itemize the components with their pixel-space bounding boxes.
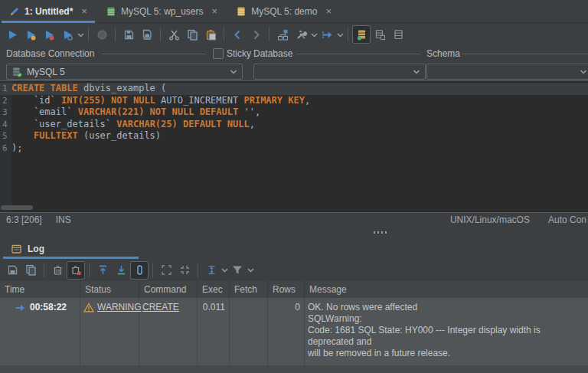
paste-button[interactable] xyxy=(201,25,220,44)
line-separator-indicator[interactable]: UNIX/Linux/macOS xyxy=(450,214,530,225)
log-message-line: SQLWarning: xyxy=(305,313,588,325)
grid-save-button[interactable] xyxy=(371,25,389,44)
tab-label: MySQL 5: wp_users xyxy=(121,6,204,17)
close-icon[interactable]: × xyxy=(212,5,218,17)
column-header-exec[interactable]: Exec xyxy=(198,281,230,298)
toolbar-separator xyxy=(269,28,270,41)
horizontal-scrollbar[interactable] xyxy=(0,204,588,211)
schema-select[interactable] xyxy=(426,64,588,80)
log-exec-time: 0.011 xyxy=(198,298,230,365)
chevron-down-icon[interactable] xyxy=(247,267,254,273)
previous-button[interactable] xyxy=(228,25,247,44)
code-segment: VARCHAR(221) NOT NULL DEFAULT xyxy=(78,106,239,119)
clear-on-execute-toggle[interactable] xyxy=(67,261,85,280)
code-segment: VARCHAR(25) DEFAULT NULL xyxy=(116,119,249,131)
save-log-button[interactable] xyxy=(3,261,21,280)
grid-button[interactable] xyxy=(389,25,407,44)
connection-select[interactable]: MySQL 5 xyxy=(6,64,243,80)
toolbar-separator xyxy=(88,28,89,41)
log-tab-label: Log xyxy=(28,244,44,254)
chevron-down-icon[interactable] xyxy=(77,32,84,38)
log-icon xyxy=(11,244,22,254)
save-as-button[interactable] xyxy=(138,25,156,44)
line-number: 3 xyxy=(0,106,11,119)
column-header-rows[interactable]: Rows xyxy=(268,281,305,298)
connection-bar: Database Connection Sticky Database Sche… xyxy=(0,46,588,80)
copy-button[interactable] xyxy=(183,25,201,44)
close-icon[interactable]: × xyxy=(81,5,87,17)
execute-current-button[interactable] xyxy=(21,25,40,44)
log-message-line: will be removed in a future release. xyxy=(305,348,588,359)
scroll-bottom-button[interactable] xyxy=(112,261,130,280)
line-number: 1 xyxy=(0,83,11,95)
log-command-link[interactable]: CREATE xyxy=(142,302,179,312)
tab-untitled[interactable]: 1: Untitled* × xyxy=(0,0,96,22)
log-message-line: Code: 1681 SQL State: HY000 --- Integer … xyxy=(305,325,588,348)
warning-icon xyxy=(83,303,94,312)
scroll-top-button[interactable] xyxy=(93,261,112,280)
expand-cells-button[interactable] xyxy=(157,261,175,280)
column-header-time[interactable]: Time xyxy=(0,281,80,298)
toolbar-separator xyxy=(224,28,224,41)
redirect-output-button[interactable] xyxy=(318,25,336,44)
column-header-fetch[interactable]: Fetch xyxy=(230,281,268,298)
code-segment: FULLTEXT xyxy=(34,130,78,142)
pane-splitter[interactable] xyxy=(0,227,588,238)
code-segment: `user_details` xyxy=(11,119,116,131)
column-header-message[interactable]: Message xyxy=(305,281,588,298)
splitter-handle-icon[interactable] xyxy=(374,231,387,234)
code-line[interactable]: 6); xyxy=(0,142,588,155)
stop-button[interactable] xyxy=(93,25,111,44)
show-log-toggle-button[interactable] xyxy=(352,25,371,44)
chevron-down-icon[interactable] xyxy=(221,267,228,273)
tab-log[interactable]: Log xyxy=(0,238,142,259)
execute-explain-button[interactable] xyxy=(40,25,58,44)
chevron-down-icon[interactable] xyxy=(311,32,318,38)
auto-commit-indicator[interactable]: Auto Con xyxy=(548,214,586,225)
table-green-icon xyxy=(106,6,116,17)
column-header-status[interactable]: Status xyxy=(80,281,139,298)
line-number: 5 xyxy=(0,130,11,142)
code-segment: `id` xyxy=(11,95,61,107)
sql-editor[interactable]: 1CREATE TABLE dbvis_example (2 `id` INT(… xyxy=(0,80,588,213)
scrollbar-thumb[interactable] xyxy=(1,205,33,210)
database-select[interactable] xyxy=(253,64,426,80)
column-header-command[interactable]: Command xyxy=(139,281,198,298)
cut-button[interactable] xyxy=(165,25,183,44)
toolbar-separator xyxy=(152,263,153,277)
database-connection-icon xyxy=(11,67,22,77)
code-line[interactable]: 5 FULLTEXT (user_details) xyxy=(0,130,588,142)
code-line[interactable]: 4 `user_details` VARCHAR(25) DEFAULT NUL… xyxy=(0,119,588,131)
close-icon[interactable]: × xyxy=(325,5,332,17)
divider xyxy=(462,54,588,54)
table-yellow-icon xyxy=(236,6,247,17)
execute-menu-button[interactable] xyxy=(58,25,77,44)
code-line[interactable]: 2 `id` INT(255) NOT NULL AUTO_INCREMENT … xyxy=(0,95,588,107)
tools-button[interactable] xyxy=(292,25,310,44)
collapse-cells-button[interactable] xyxy=(175,261,194,280)
editor-code[interactable]: 1CREATE TABLE dbvis_example (2 `id` INT(… xyxy=(0,83,588,154)
show-in-tree-button[interactable] xyxy=(273,25,292,44)
code-segment: `email` xyxy=(11,106,78,119)
line-number: 4 xyxy=(0,119,11,131)
code-segment: '', xyxy=(238,106,260,119)
clear-log-button[interactable] xyxy=(48,261,67,280)
tab-wp-users[interactable]: MySQL 5: wp_users × xyxy=(96,0,227,22)
save-button[interactable] xyxy=(119,25,138,44)
chevron-down-icon[interactable] xyxy=(337,32,344,38)
log-table-row[interactable]: 00:58:22 WARNING CREATE 0.011 0 OK. No r… xyxy=(0,298,588,365)
code-line[interactable]: 3 `email` VARCHAR(221) NOT NULL DEFAULT … xyxy=(0,106,588,119)
filter-button[interactable] xyxy=(228,261,247,280)
caret-position: 6:3 [206] xyxy=(6,214,42,225)
row-height-button[interactable] xyxy=(202,261,220,280)
copy-log-button[interactable] xyxy=(21,261,40,280)
sticky-checkbox[interactable] xyxy=(213,48,224,59)
code-line[interactable]: 1CREATE TABLE dbvis_example ( xyxy=(0,83,588,95)
next-button[interactable] xyxy=(247,25,265,44)
tail-mode-toggle[interactable] xyxy=(130,261,149,280)
line-number: 6 xyxy=(0,142,11,155)
execute-button[interactable] xyxy=(3,25,21,44)
log-status-link[interactable]: WARNING xyxy=(97,302,142,312)
tab-demo[interactable]: MySQL 5: demo × xyxy=(227,0,341,22)
toolbar-separator xyxy=(348,28,348,41)
